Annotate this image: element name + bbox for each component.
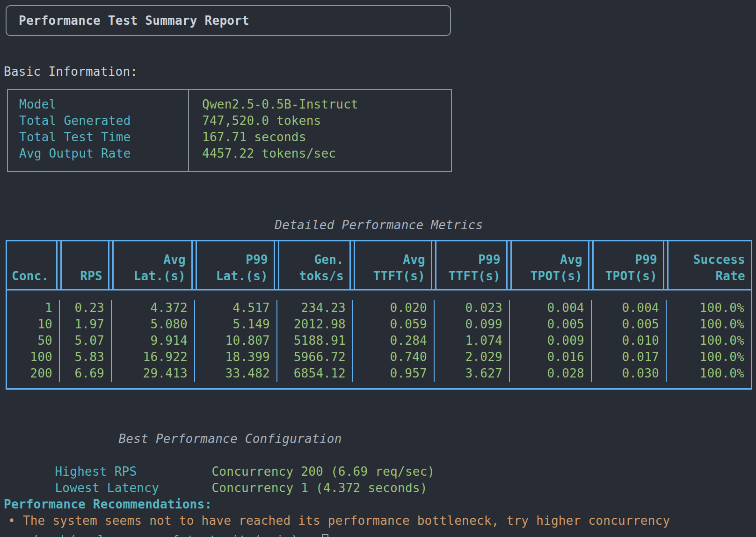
metrics-column-header: P99Lat.(s)	[196, 241, 275, 289]
basic-info-value: 747,520.0 tokens	[202, 113, 358, 129]
best-config-value: Concurrency 1 (4.372 seconds)	[211, 481, 427, 495]
metrics-column-header-line: Success	[674, 252, 745, 268]
metrics-column: 11050100200	[7, 300, 59, 382]
metrics-column-header: SuccessRate	[667, 241, 751, 289]
metrics-column-header-line: Lat.(s)	[203, 268, 268, 284]
metrics-column-header-line: Gen.	[285, 252, 344, 268]
recommendation-item: • The system seems not to have reached i…	[8, 513, 670, 529]
metrics-cell: 0.23	[60, 300, 111, 316]
best-config-row: Highest RPSConcurrency 200 (6.69 req/sec…	[10, 447, 435, 464]
metrics-cell: 0.005	[592, 316, 666, 333]
metrics-cell: 4.517	[195, 300, 276, 316]
metrics-cell: 0.059	[353, 316, 434, 333]
metrics-column-header-line: P99	[442, 252, 501, 268]
metrics-column-header-line: Avg	[119, 252, 186, 268]
metrics-column: 0.0230.0991.0742.0293.627	[434, 300, 509, 382]
basic-info-label: Total Generated	[19, 113, 131, 129]
metrics-table-header-row: Conc.RPSAvgLat.(s)P99Lat.(s)Gen.toks/sAv…	[7, 241, 751, 290]
best-config-value: Concurrency 200 (6.69 req/sec)	[211, 464, 435, 479]
best-config-rows: Highest RPSConcurrency 200 (6.69 req/sec…	[10, 447, 435, 480]
metrics-cell: 100.0%	[667, 300, 751, 316]
metrics-cell: 0.030	[592, 365, 666, 382]
prompt-segment: ~/work/evalscope-perf-test	[8, 532, 224, 537]
prompt-segment: ➜	[1, 532, 8, 537]
metrics-cell: 100.0%	[667, 333, 751, 349]
shell-prompt-line: ➜ ~/work/evalscope-perf-test git:(main) …	[1, 532, 328, 537]
basic-info-panel: Model Total Generated Total Test Time Av…	[7, 89, 452, 172]
basic-info-labels: Model Total Generated Total Test Time Av…	[19, 96, 131, 162]
metrics-cell: 0.957	[353, 365, 434, 382]
metrics-cell: 9.914	[112, 333, 194, 349]
metrics-column-header-line: Avg	[361, 252, 425, 268]
metrics-cell: 5188.91	[277, 333, 352, 349]
basic-info-values: Qwen2.5-0.5B-Instruct 747,520.0 tokens 1…	[202, 96, 358, 162]
best-config-label: Highest RPS	[55, 464, 211, 480]
report-title: Performance Test Summary Report	[19, 13, 249, 29]
metrics-column: 4.3725.0809.91416.92229.413	[111, 300, 194, 382]
prompt-segment: git:(	[224, 532, 262, 537]
metrics-cell: 0.016	[510, 349, 591, 365]
metrics-column-header-line: TPOT(s)	[599, 268, 657, 284]
basic-info-label: Model	[19, 96, 131, 113]
metrics-cell: 10.807	[195, 333, 276, 349]
metrics-column-header-line: TTFT(s)	[442, 268, 501, 284]
metrics-column-header: AvgTTFT(s)	[354, 241, 432, 289]
metrics-cell: 5.149	[195, 316, 276, 333]
metrics-cell: 0.740	[353, 349, 434, 365]
metrics-cell: 234.23	[277, 300, 352, 316]
metrics-column-header: AvgLat.(s)	[112, 241, 193, 289]
metrics-column-header: RPS	[60, 241, 109, 289]
metrics-cell: 4.372	[112, 300, 194, 316]
metrics-cell: 5.080	[112, 316, 194, 333]
metrics-cell: 1	[7, 300, 59, 316]
metrics-cell: 100.0%	[667, 316, 751, 333]
prompt-segment: )	[291, 532, 306, 537]
metrics-column: 0.0040.0050.0100.0170.030	[591, 300, 666, 382]
metrics-cell: 0.004	[592, 300, 666, 316]
metrics-cell: 29.413	[112, 365, 194, 382]
basic-info-heading: Basic Information:	[4, 64, 138, 80]
metrics-column-header: P99TTFT(s)	[435, 241, 508, 289]
metrics-column-header-line: TTFT(s)	[361, 268, 425, 284]
report-title-panel: Performance Test Summary Report	[6, 5, 451, 36]
basic-info-divider	[188, 90, 189, 171]
recommendations-heading: Performance Recommendations:	[4, 496, 212, 513]
metrics-table-title: Detailed Performance Metrics	[6, 217, 752, 233]
metrics-cell: 2.029	[435, 349, 509, 365]
metrics-column: 4.5175.14910.80718.39933.482	[194, 300, 276, 382]
metrics-column-header-line: RPS	[67, 268, 102, 284]
metrics-column: 0.231.975.075.836.69	[59, 300, 111, 382]
prompt-segment: main	[262, 532, 291, 537]
metrics-cell: 18.399	[195, 349, 276, 365]
metrics-cell: 5.07	[60, 333, 111, 349]
metrics-cell: 0.023	[435, 300, 509, 316]
metrics-column-header: AvgTPOT(s)	[510, 241, 589, 289]
metrics-cell: 3.627	[435, 365, 509, 382]
metrics-column-header-line: P99	[599, 252, 657, 268]
metrics-cell: 33.482	[195, 365, 276, 382]
basic-info-label: Total Test Time	[19, 129, 131, 145]
metrics-column-header-line: Conc.	[12, 268, 51, 284]
metrics-table: Conc.RPSAvgLat.(s)P99Lat.(s)Gen.toks/sAv…	[6, 240, 752, 390]
metrics-cell: 1.97	[60, 316, 111, 333]
metrics-column-header-line: Rate	[674, 268, 745, 284]
metrics-cell: 6.69	[60, 365, 111, 382]
best-config-title: Best Performance Configuration	[7, 431, 453, 447]
metrics-cell: 0.004	[510, 300, 591, 316]
metrics-cell: 50	[7, 333, 59, 349]
basic-info-value: Qwen2.5-0.5B-Instruct	[202, 96, 358, 113]
metrics-column: 0.0040.0050.0090.0160.028	[509, 300, 591, 382]
metrics-column-header-line: TPOT(s)	[517, 268, 582, 284]
terminal-screen: Performance Test Summary Report Basic In…	[0, 0, 756, 537]
metrics-cell: 0.284	[353, 333, 434, 349]
metrics-column-header-line: Lat.(s)	[119, 268, 186, 284]
metrics-cell: 100.0%	[667, 349, 751, 365]
metrics-cell: 0.005	[510, 316, 591, 333]
basic-info-value: 167.71 seconds	[202, 129, 358, 145]
metrics-table-body: 110501002000.231.975.075.836.694.3725.08…	[7, 290, 751, 388]
metrics-column: 0.0200.0590.2840.7400.957	[352, 300, 434, 382]
metrics-column-header: Conc.	[7, 241, 58, 289]
metrics-cell: 5966.72	[277, 349, 352, 365]
metrics-column-header: P99TPOT(s)	[592, 241, 664, 289]
metrics-column-header-line: P99	[203, 252, 268, 268]
